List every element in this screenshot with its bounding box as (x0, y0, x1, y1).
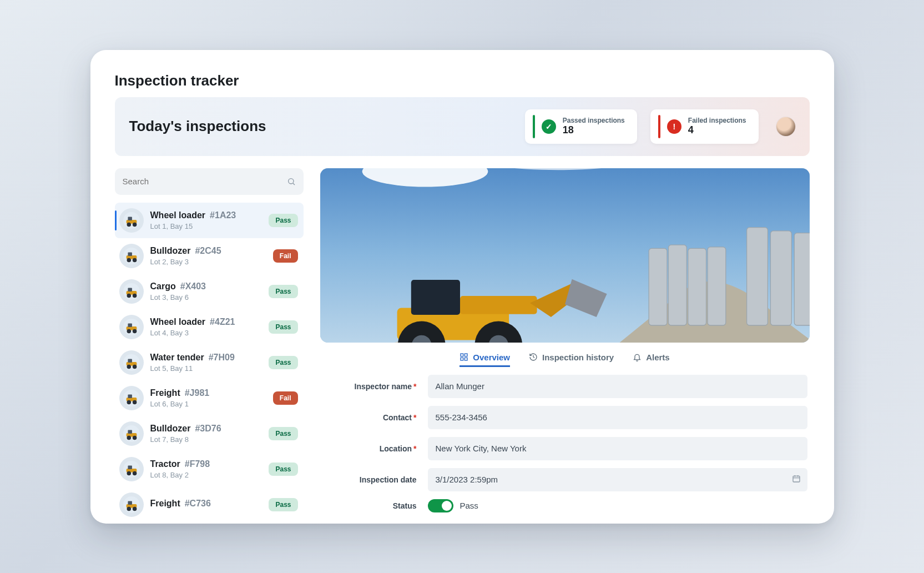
svg-point-20 (132, 329, 137, 333)
svg-rect-26 (128, 359, 132, 363)
search-icon (287, 177, 296, 186)
inspector-name-field[interactable]: Allan Munger (428, 375, 807, 398)
svg-point-25 (132, 364, 137, 369)
list-item[interactable]: Tractor#F798Lot 8, Bay 2Pass (115, 451, 304, 487)
svg-point-44 (127, 506, 131, 511)
search-input[interactable] (123, 177, 281, 186)
item-location: Lot 3, Bay 6 (150, 293, 262, 301)
stat-passed-value: 18 (563, 124, 625, 136)
list-item[interactable]: Water tender#7H09Lot 5, Bay 11Pass (115, 345, 304, 380)
vehicle-thumb (119, 457, 144, 481)
svg-rect-11 (128, 252, 132, 256)
status-badge: Fail (273, 249, 298, 263)
svg-rect-53 (708, 247, 726, 325)
svg-rect-54 (746, 227, 768, 325)
history-icon (529, 353, 538, 361)
vehicle-thumb (119, 279, 144, 304)
svg-point-39 (127, 471, 131, 475)
status-badge: Fail (273, 391, 298, 405)
detail-form: Inspector name* Allan Munger Contact* 55… (320, 375, 810, 524)
item-name: Bulldozer (150, 424, 191, 434)
item-code: #J981 (185, 388, 210, 398)
svg-line-69 (533, 357, 534, 358)
stat-rule-fail (658, 115, 660, 138)
item-code: #3D76 (195, 424, 221, 434)
status-badge: Pass (269, 214, 297, 227)
search-box[interactable] (115, 168, 304, 195)
status-badge: Pass (269, 320, 297, 334)
list-item[interactable]: Freight#C736Pass (115, 487, 304, 522)
vehicle-thumb (119, 350, 144, 375)
detail-pane: Overview Inspection history Alerts Inspe… (320, 168, 810, 524)
svg-rect-51 (668, 245, 686, 325)
list-item[interactable]: Wheel loader#4Z21Lot 4, Bay 3Pass (115, 309, 304, 345)
item-location: Lot 5, Bay 11 (150, 364, 262, 373)
tab-overview[interactable]: Overview (460, 353, 510, 367)
list-item[interactable]: Bulldozer#2C45Lot 2, Bay 3Fail (115, 238, 304, 274)
item-location: Lot 6, Bay 1 (150, 400, 266, 408)
sidebar: Wheel loader#1A23Lot 1, Bay 15PassBulldo… (115, 168, 304, 524)
status-toggle[interactable] (428, 499, 453, 512)
grid-icon (460, 353, 468, 361)
status-badge: Pass (269, 463, 297, 476)
stat-failed: ! Failed inspections 4 (650, 109, 759, 144)
tab-overview-label: Overview (473, 353, 510, 362)
svg-rect-64 (461, 354, 463, 356)
item-code: #X403 (180, 282, 206, 291)
svg-rect-58 (411, 280, 460, 315)
status-value: Pass (460, 501, 478, 510)
item-code: #7H09 (209, 353, 235, 363)
svg-rect-50 (649, 248, 667, 325)
item-location: Lot 4, Bay 3 (150, 329, 262, 337)
item-location: Lot 2, Bay 3 (150, 258, 266, 266)
hero-image (320, 168, 810, 343)
item-name: Wheel loader (150, 210, 206, 220)
svg-rect-46 (128, 501, 132, 505)
svg-rect-6 (128, 217, 132, 220)
vehicle-thumb (119, 492, 144, 517)
svg-rect-41 (128, 465, 132, 469)
svg-rect-65 (465, 354, 468, 356)
contact-label: Contact* (322, 413, 417, 422)
location-field[interactable]: New York City, New York (428, 437, 807, 460)
status-badge: Pass (269, 356, 297, 369)
tab-alerts[interactable]: Alerts (633, 353, 670, 367)
inspection-date-field[interactable]: 3/1/2023 2:59pm (428, 468, 807, 491)
banner-title: Today's inspections (129, 118, 512, 135)
vehicle-thumb (119, 421, 144, 446)
item-location: Lot 1, Bay 15 (150, 222, 262, 230)
stat-rule-pass (533, 115, 535, 138)
list-item[interactable]: Freight#J981Lot 6, Bay 1Fail (115, 380, 304, 416)
vehicle-thumb (119, 315, 144, 339)
item-name: Bulldozer (150, 246, 191, 256)
vehicle-thumb (119, 386, 144, 410)
list-item[interactable]: Bulldozer#3D76Lot 7, Bay 8Pass (115, 416, 304, 451)
alert-circle-icon: ! (667, 119, 681, 134)
content: Wheel loader#1A23Lot 1, Bay 15PassBulldo… (115, 168, 810, 524)
stat-failed-value: 4 (688, 124, 746, 136)
bell-icon (633, 353, 642, 361)
tab-inspection-history[interactable]: Inspection history (529, 353, 614, 367)
calendar-icon[interactable] (792, 474, 801, 485)
svg-point-34 (127, 435, 131, 440)
item-name: Water tender (150, 353, 204, 363)
stat-failed-label: Failed inspections (688, 117, 746, 124)
vehicle-thumb (119, 208, 144, 233)
svg-rect-55 (770, 230, 791, 325)
item-location: Lot 8, Bay 2 (150, 471, 262, 479)
contact-field[interactable]: 555-234-3456 (428, 406, 807, 429)
page-title: Inspection tracker (115, 72, 810, 89)
list-item[interactable]: Cargo#X403Lot 3, Bay 6Pass (115, 274, 304, 309)
svg-point-40 (132, 471, 137, 475)
svg-rect-36 (128, 430, 132, 434)
svg-rect-16 (128, 288, 132, 291)
item-code: #4Z21 (210, 317, 235, 327)
list-item[interactable]: Wheel loader#1A23Lot 1, Bay 15Pass (115, 203, 304, 238)
stat-passed-label: Passed inspections (563, 117, 625, 124)
stat-passed: ✓ Passed inspections 18 (525, 109, 637, 144)
banner: Today's inspections ✓ Passed inspections… (115, 97, 810, 156)
avatar[interactable] (776, 117, 795, 136)
tab-history-label: Inspection history (542, 353, 614, 362)
item-code: #C736 (185, 499, 211, 509)
app-card: Inspection tracker Today's inspections ✓… (90, 50, 834, 524)
